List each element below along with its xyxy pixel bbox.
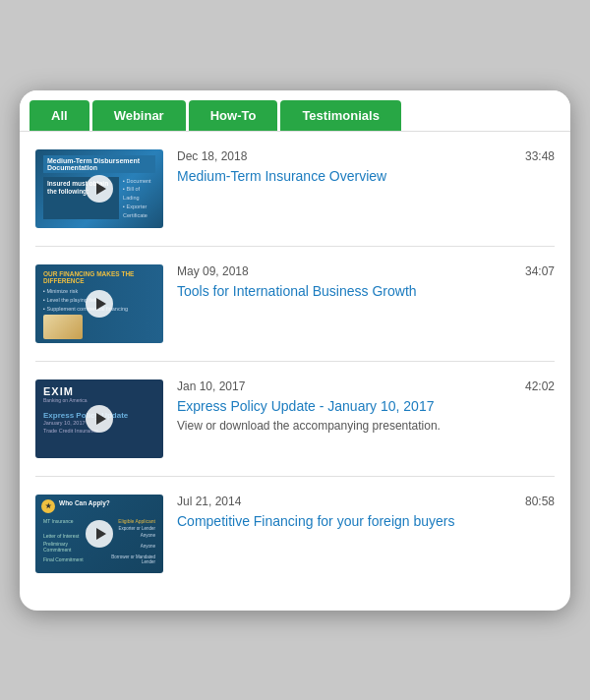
video-thumbnail[interactable]: OUR FINANCING MAKES THE DIFFERENCE ▪ Min… [35, 264, 163, 343]
tab-webinar[interactable]: Webinar [92, 100, 186, 131]
play-button[interactable] [86, 405, 113, 433]
thumb-header-text: Medium-Term Disbursement Documentation [43, 155, 155, 173]
thumb-banner: OUR FINANCING MAKES THE DIFFERENCE [43, 270, 155, 284]
video-item: Medium-Term Disbursement Documentation I… [35, 132, 555, 247]
video-info: Dec 18, 2018 33:48 Medium-Term Insurance… [177, 149, 555, 188]
video-title[interactable]: Medium-Term Insurance Overview [177, 167, 555, 185]
tab-bar: All Webinar How-To Testimonials [20, 90, 570, 132]
thumb-image [43, 315, 83, 339]
video-duration: 33:48 [525, 149, 555, 163]
video-duration: 80:58 [525, 495, 555, 508]
video-info: Jan 10, 2017 42:02 Express Policy Update… [177, 379, 555, 435]
exim-logo: EXIM [43, 385, 155, 397]
video-meta: Jul 21, 2014 80:58 [177, 495, 555, 508]
video-meta: May 09, 2018 34:07 [177, 264, 555, 278]
video-title[interactable]: Competitive Financing for your foreign b… [177, 512, 555, 530]
video-date: Dec 18, 2018 [177, 149, 247, 163]
video-duration: 42:02 [525, 379, 555, 393]
thumb-badge: ★ [41, 499, 55, 513]
play-button[interactable] [86, 520, 113, 548]
video-thumbnail[interactable]: Medium-Term Disbursement Documentation I… [35, 149, 163, 228]
video-thumbnail[interactable]: EXIM Banking on America Express Policy U… [35, 379, 163, 458]
video-info: Jul 21, 2014 80:58 Competitive Financing… [177, 495, 555, 533]
app-frame: All Webinar How-To Testimonials Medium-T… [20, 90, 570, 611]
video-meta: Jan 10, 2017 42:02 [177, 379, 555, 393]
video-date: May 09, 2018 [177, 264, 249, 278]
video-thumbnail[interactable]: ★ Who Can Apply? MT InsuranceEligible Ap… [35, 495, 163, 573]
video-description: View or download the accompanying presen… [177, 418, 555, 435]
play-button[interactable] [86, 175, 113, 203]
video-meta: Dec 18, 2018 33:48 [177, 149, 555, 163]
thumb-list: ▪ Document▪ Bill of Lading▪ Exporter Cer… [123, 177, 155, 220]
video-title[interactable]: Tools for International Business Growth [177, 282, 555, 300]
video-item: EXIM Banking on America Express Policy U… [35, 362, 555, 477]
tab-testimonials[interactable]: Testimonials [280, 100, 401, 131]
video-info: May 09, 2018 34:07 Tools for Internation… [177, 264, 555, 303]
video-date: Jul 21, 2014 [177, 495, 241, 508]
tab-all[interactable]: All [30, 100, 89, 131]
play-button[interactable] [86, 290, 113, 318]
video-duration: 34:07 [525, 264, 555, 278]
tab-howto[interactable]: How-To [189, 100, 278, 131]
video-item: ★ Who Can Apply? MT InsuranceEligible Ap… [35, 477, 555, 591]
video-title[interactable]: Express Policy Update - January 10, 2017 [177, 397, 555, 415]
video-list: Medium-Term Disbursement Documentation I… [20, 132, 570, 591]
video-date: Jan 10, 2017 [177, 379, 245, 393]
thumb-title: Who Can Apply? [59, 499, 110, 513]
exim-subtitle: Banking on America [43, 397, 155, 403]
video-item: OUR FINANCING MAKES THE DIFFERENCE ▪ Min… [35, 247, 555, 362]
